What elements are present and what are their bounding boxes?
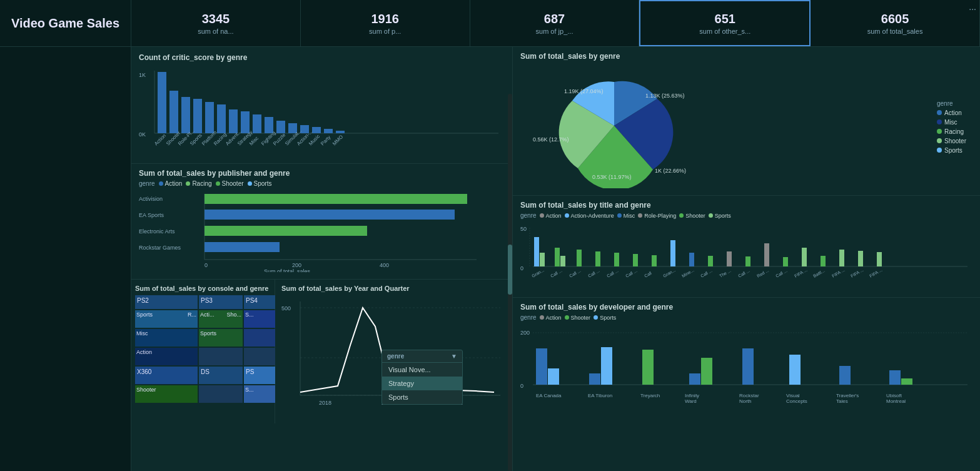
svg-text:1K: 1K <box>139 72 146 78</box>
year-quarter-chart: Sum of total_sales by Year and Quarter 5… <box>275 280 512 423</box>
svg-text:Treyarch: Treyarch <box>640 393 660 398</box>
dropdown-item-strategy[interactable]: Strategy <box>382 377 462 390</box>
svg-text:Call ...: Call ... <box>550 268 563 278</box>
svg-rect-87 <box>858 251 863 266</box>
svg-rect-72 <box>577 250 582 266</box>
svg-text:Tales: Tales <box>836 398 848 404</box>
svg-rect-115 <box>601 347 612 385</box>
year-quarter-title: Sum of total_sales by Year and Quarter <box>281 285 506 293</box>
console-genre-title: Sum of total_sales by console and genre <box>135 285 271 293</box>
kpi-value-3: 651 <box>715 12 735 26</box>
svg-text:0K: 0K <box>139 131 146 138</box>
svg-rect-74 <box>614 253 619 266</box>
svg-text:1.19K (27.04%): 1.19K (27.04%) <box>564 88 604 94</box>
dropdown-item-sports[interactable]: Sports <box>382 390 462 404</box>
options-button[interactable]: ··· <box>969 4 976 14</box>
pie-chart-title: Sum of total_sales by genre <box>520 52 972 61</box>
svg-text:FIFA ...: FIFA ... <box>869 268 883 278</box>
svg-text:Rockstar: Rockstar <box>739 393 759 398</box>
svg-text:Ward: Ward <box>685 398 697 404</box>
title-genre-title: Sum of total_sales by title and genre <box>520 201 972 210</box>
svg-text:Gran...: Gran... <box>662 268 676 278</box>
kpi-value-2: 687 <box>544 12 565 26</box>
svg-text:Concepts: Concepts <box>786 398 807 404</box>
svg-text:Call ...: Call ... <box>700 268 713 278</box>
critic-score-chart: Count of critic_score by genre 1K 0K <box>131 47 512 164</box>
svg-rect-85 <box>821 256 826 266</box>
svg-rect-86 <box>839 250 844 266</box>
title-genre-svg: 50 0 <box>520 221 971 290</box>
svg-text:Electronic Arts: Electronic Arts <box>139 228 175 235</box>
svg-text:Mine...: Mine... <box>681 268 695 278</box>
svg-text:Ubisoft: Ubisoft <box>886 393 902 398</box>
svg-rect-114 <box>589 373 600 385</box>
pie-legend: genre Action Misc Racing <box>937 100 972 154</box>
publisher-svg: Activision EA Sports Electronic Arts Roc… <box>139 191 489 272</box>
svg-text:500: 500 <box>281 305 291 311</box>
svg-rect-75 <box>633 254 638 266</box>
svg-text:1K (22.66%): 1K (22.66%) <box>655 168 686 174</box>
svg-text:Infinity: Infinity <box>685 393 699 398</box>
svg-text:MMO: MMO <box>331 134 344 146</box>
svg-text:EA Sports: EA Sports <box>139 212 164 218</box>
svg-rect-120 <box>789 355 801 385</box>
svg-text:0: 0 <box>520 265 523 271</box>
svg-rect-119 <box>742 348 754 385</box>
svg-rect-84 <box>802 248 807 266</box>
kpi-value-0: 3345 <box>202 12 230 26</box>
svg-text:Visual: Visual <box>786 393 800 398</box>
svg-rect-7 <box>193 99 202 133</box>
svg-rect-12 <box>253 114 261 133</box>
svg-text:North: North <box>739 398 752 404</box>
svg-rect-69 <box>540 253 545 266</box>
center-panel: Count of critic_score by genre 1K 0K <box>131 47 513 471</box>
svg-rect-19 <box>336 131 345 133</box>
svg-rect-112 <box>536 348 547 385</box>
svg-text:EA Tiburon: EA Tiburon <box>588 393 612 398</box>
svg-text:0: 0 <box>205 262 208 268</box>
svg-text:Montreal: Montreal <box>886 398 906 404</box>
developer-genre-chart: Sum of total_sales by developer and genr… <box>513 298 980 471</box>
kpi-label-0: sum of na... <box>198 28 233 35</box>
svg-rect-88 <box>877 252 882 266</box>
svg-rect-68 <box>534 237 539 266</box>
svg-rect-11 <box>241 111 250 133</box>
svg-rect-123 <box>901 378 912 385</box>
critic-score-svg: 1K 0K <box>139 64 502 161</box>
kpi-item-1: 1916 sum of p... <box>301 0 470 46</box>
kpi-label-3: sum of other_s... <box>699 28 750 35</box>
svg-text:Activision: Activision <box>139 196 163 202</box>
svg-text:Red ...: Red ... <box>756 268 769 278</box>
svg-rect-122 <box>889 370 901 385</box>
kpi-item-2: 687 sum of jp_... <box>470 0 640 46</box>
svg-rect-73 <box>595 251 600 266</box>
svg-text:Gran...: Gran... <box>531 268 545 278</box>
svg-text:Party: Party <box>320 134 332 147</box>
dropdown-item-visual-novel[interactable]: Visual Nove... <box>382 363 462 377</box>
svg-text:Battl...: Battl... <box>812 268 826 278</box>
svg-text:0.53K (11.97%): 0.53K (11.97%) <box>592 174 632 180</box>
svg-text:FIFA ...: FIFA ... <box>794 268 808 278</box>
svg-rect-5 <box>169 91 178 133</box>
svg-text:2018: 2018 <box>319 400 331 406</box>
svg-text:FIFA ...: FIFA ... <box>850 268 864 278</box>
svg-text:200: 200 <box>292 262 301 268</box>
svg-rect-76 <box>652 255 657 266</box>
svg-rect-4 <box>158 72 166 133</box>
svg-text:FIFA ...: FIFA ... <box>831 268 846 278</box>
svg-text:Misc: Misc <box>248 135 260 146</box>
svg-text:Call ...: Call ... <box>737 268 750 278</box>
pie-chart-section: Sum of total_sales by genre <box>513 47 980 196</box>
dropdown-close-icon[interactable]: ▼ <box>451 353 457 360</box>
svg-text:Call: Call <box>644 271 652 278</box>
genre-dropdown[interactable]: genre ▼ Visual Nove... Strategy Sports <box>381 350 463 405</box>
svg-rect-71 <box>560 256 565 266</box>
svg-rect-77 <box>670 240 675 266</box>
dashboard-title: Video Game Sales <box>11 16 119 31</box>
svg-rect-6 <box>181 97 190 133</box>
publisher-sales-chart: Sum of total_sales by publisher and genr… <box>131 164 512 280</box>
kpi-value-4: 6605 <box>881 12 909 26</box>
svg-rect-10 <box>229 109 238 133</box>
kpi-value-1: 1916 <box>371 12 399 26</box>
svg-rect-80 <box>727 251 732 266</box>
